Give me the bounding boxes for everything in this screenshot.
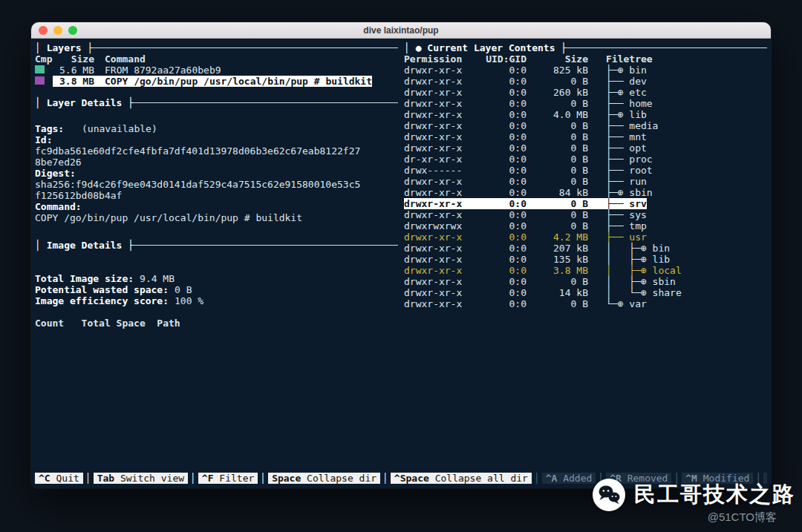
filetree-entry: ├── dev [606, 76, 647, 87]
filetree-entry: │ ├─⊕ sbin [606, 276, 676, 287]
filetree-size: 0 B [526, 154, 588, 165]
filetree-permission: drwxr-xr-x [404, 142, 478, 154]
digest-label: Digest: [35, 168, 82, 179]
filetree-row[interactable]: dr-xr-xr-x0:00 B├── proc [404, 154, 767, 165]
filetree-row[interactable]: drwxr-xr-x0:0135 kB│ ├─⊕ lib [404, 254, 767, 265]
filetree-row[interactable]: drwxr-xr-x0:00 B├── run [404, 176, 767, 187]
filetree-uid-gid: 0:0 [478, 98, 526, 109]
legend-added[interactable]: ^A Added [542, 473, 596, 484]
status-separator: │ [380, 473, 391, 484]
filetree-row[interactable]: drwxr-xr-x0:00 B├── sys [404, 209, 767, 220]
filetree-row-selected[interactable]: drwxr-xr-x0:00 B├── srv [404, 198, 647, 209]
wasted-space-line: Potential wasted space:0 B [35, 284, 398, 295]
layers-panel-header: │ Layers ├ [35, 42, 398, 53]
key-hint-quit[interactable]: ^C Quit [35, 473, 83, 484]
wechat-icon [591, 477, 627, 513]
filetree-uid-gid: 0:0 [478, 209, 526, 220]
filetree-size: 0 B [526, 298, 588, 309]
digest-line: Digest:sha256:f9d4c26f9ee043d0141daf529c… [35, 168, 398, 190]
titlebar[interactable]: dive laixintao/pup [31, 22, 771, 39]
minimize-window-button[interactable] [53, 26, 62, 35]
filetree-row[interactable]: drwx------0:00 B├── root [404, 165, 767, 176]
column-command: Command [105, 53, 146, 65]
layer-details-title: │ Layer Details ├ [35, 97, 134, 108]
image-details-title: │ Image Details ├ [35, 240, 134, 251]
filetree-row[interactable]: drwxr-xr-x0:014 kB│ └─⊕ share [404, 287, 767, 298]
filetree-row[interactable]: drwxr-xr-x0:04.0 MB├─⊕ lib [404, 109, 767, 120]
filetree-size: 84 kB [526, 187, 588, 198]
total-size-value: 9.4 MB [140, 273, 175, 284]
filetree-row[interactable]: drwxr-xr-x0:00 B│ ├─⊕ sbin [404, 276, 767, 287]
filetree-size: 4.0 MB [526, 109, 588, 120]
layer-details-header: │ Layer Details ├ [35, 97, 398, 108]
terminal-window: dive laixintao/pup │ Layers ├ CmpSizeCom… [31, 22, 771, 488]
key-hint-collapse-dir[interactable]: Space Collapse dir [268, 473, 380, 484]
filetree-row-modified[interactable]: drwxr-xr-x0:04.2 MB├── usr [404, 231, 767, 243]
digest-line-wrap: f125612bd08b4af [35, 190, 398, 201]
filetree-row[interactable]: drwxr-xr-x0:00 B├── home [404, 98, 767, 109]
filetree-entry: ├─⊕ sbin [606, 187, 653, 198]
filetree-entry: ├── root [606, 165, 653, 176]
filetree-row[interactable]: drwxr-xr-x0:0260 kB├─⊕ etc [404, 87, 767, 98]
layer-row-selected[interactable]: 3.8 MBCOPY /go/bin/pup /usr/local/bin/pu… [35, 76, 398, 87]
filetree-entry: ├── srv [606, 198, 647, 209]
filetree-uid-gid: 0:0 [478, 254, 526, 265]
id-label: Id: [35, 134, 82, 145]
filetree-uid-gid: 0:0 [478, 243, 526, 254]
filetree-size: 0 B [526, 276, 588, 287]
contents-panel-header: │ ● Current Layer Contents ├ [404, 42, 767, 53]
filetree-size: 3.8 MB [526, 265, 588, 276]
filetree-uid-gid: 0:0 [478, 187, 526, 198]
filetree-row[interactable]: drwxr-xr-x0:0825 kB├─⊕ bin [404, 65, 767, 76]
filetree-uid-gid: 0:0 [478, 198, 526, 209]
layers-table-header: CmpSizeCommand [35, 53, 398, 65]
key-hint-filter[interactable]: ^F Filter [198, 473, 258, 484]
filetree-size: 260 kB [526, 87, 588, 98]
filetree-permission: drwxr-xr-x [404, 176, 478, 187]
filetree-row[interactable]: drwxr-xr-x0:0207 kB│ ├─⊕ bin [404, 243, 767, 254]
filetree-row[interactable]: drwxr-xr-x0:00 B├── opt [404, 142, 767, 154]
watermark-brand: 民工哥技术之路 [634, 480, 795, 510]
filetree-size: 0 B [526, 198, 588, 209]
command-label: Command: [35, 201, 82, 212]
total-size-label: Total Image size: [35, 273, 134, 284]
filetree-uid-gid: 0:0 [478, 76, 526, 87]
filetree-permission: drwxr-xr-x [404, 231, 478, 243]
filetree-entry: │ ├─⊕ lib [606, 254, 670, 265]
close-window-button[interactable] [39, 26, 48, 35]
panel-rule [134, 245, 398, 246]
filetree-row-modified[interactable]: drwxr-xr-x0:03.8 MB│ ├─⊕ local [404, 265, 767, 276]
filetree-size: 0 B [526, 209, 588, 220]
status-separator: │ [258, 473, 268, 484]
filetree-entry: └─⊕ var [606, 298, 647, 309]
layer-row[interactable]: 5.6 MBFROM 8792aa27a60beb9 [35, 65, 398, 76]
filetree-uid-gid: 0:0 [478, 265, 526, 276]
filetree-permission: drwxr-xr-x [404, 131, 478, 142]
column-permission: Permission [404, 53, 478, 65]
filetree-uid-gid: 0:0 [478, 154, 526, 165]
key-hint-collapse-all[interactable]: ^Space Collapse all dir [391, 473, 532, 484]
key-hint-switch-view[interactable]: Tab Switch view [94, 473, 188, 484]
filetree-row[interactable]: drwxr-xr-x0:084 kB├─⊕ sbin [404, 187, 767, 198]
filetree-entry: ├── tmp [606, 220, 647, 231]
filetree-row[interactable]: drwxr-xr-x0:00 B├── mnt [404, 131, 767, 142]
filetree-entry: │ ├─⊕ bin [606, 243, 670, 254]
zoom-window-button[interactable] [68, 26, 77, 35]
filetree-row[interactable]: drwxrwxrwx0:00 B├── tmp [404, 220, 767, 231]
filetree-entry: ├─⊕ lib [606, 109, 647, 120]
filetree-permission: drwxrwxrwx [404, 220, 478, 231]
filetree-row[interactable]: drwxr-xr-x0:00 B├── media [404, 120, 767, 131]
filetree-entry: ├── sys [606, 209, 647, 220]
filetree-uid-gid: 0:0 [478, 231, 526, 243]
filetree-row[interactable]: drwxr-xr-x0:00 B├── dev [404, 76, 767, 87]
filetree-size: 14 kB [526, 287, 588, 298]
column-cmp: Cmp [35, 53, 53, 65]
filetree-permission: drwxr-xr-x [404, 109, 478, 120]
filetree-size: 0 B [526, 176, 588, 187]
efficiency-value: 100 % [175, 295, 203, 306]
filetree-permission: drwxr-xr-x [404, 276, 478, 287]
id-line: Id:fc9dba561e60df2cfe4fbfa7df401d13978d0… [35, 134, 398, 157]
id-line-wrap: 8be7ed26 [35, 157, 398, 168]
filetree-row[interactable]: drwxr-xr-x0:00 B└─⊕ var [404, 298, 767, 309]
command-label-line: Command: [35, 201, 398, 212]
